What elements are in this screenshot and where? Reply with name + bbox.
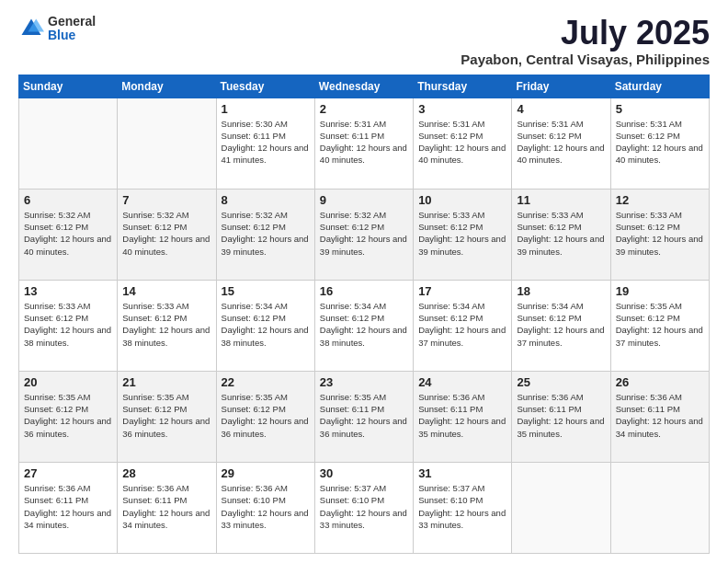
day-info: Sunrise: 5:35 AM Sunset: 6:12 PM Dayligh… (616, 300, 704, 349)
calendar-cell: 22Sunrise: 5:35 AM Sunset: 6:12 PM Dayli… (216, 371, 314, 462)
calendar-cell: 24Sunrise: 5:36 AM Sunset: 6:11 PM Dayli… (414, 371, 512, 462)
logo-general: General (48, 15, 96, 29)
day-info: Sunrise: 5:36 AM Sunset: 6:11 PM Dayligh… (418, 391, 506, 440)
header: General Blue July 2025 Payabon, Central … (18, 15, 710, 67)
day-header-sunday: Sunday (19, 75, 118, 98)
day-number: 10 (418, 193, 506, 207)
calendar-cell: 10Sunrise: 5:33 AM Sunset: 6:12 PM Dayli… (414, 189, 512, 280)
day-header-monday: Monday (118, 75, 216, 98)
day-number: 3 (418, 102, 506, 116)
logo-blue: Blue (48, 29, 96, 42)
calendar-cell: 16Sunrise: 5:34 AM Sunset: 6:12 PM Dayli… (314, 280, 413, 371)
day-number: 6 (24, 193, 112, 207)
day-info: Sunrise: 5:33 AM Sunset: 6:12 PM Dayligh… (122, 300, 210, 349)
calendar-cell: 1Sunrise: 5:30 AM Sunset: 6:11 PM Daylig… (216, 98, 314, 189)
day-info: Sunrise: 5:36 AM Sunset: 6:11 PM Dayligh… (24, 482, 112, 531)
day-info: Sunrise: 5:32 AM Sunset: 6:12 PM Dayligh… (320, 209, 408, 258)
day-info: Sunrise: 5:35 AM Sunset: 6:11 PM Dayligh… (320, 391, 408, 440)
calendar-cell: 7Sunrise: 5:32 AM Sunset: 6:12 PM Daylig… (118, 189, 216, 280)
day-info: Sunrise: 5:34 AM Sunset: 6:12 PM Dayligh… (222, 300, 310, 349)
calendar-cell: 2Sunrise: 5:31 AM Sunset: 6:11 PM Daylig… (314, 98, 413, 189)
day-number: 7 (122, 193, 210, 207)
calendar-cell: 30Sunrise: 5:37 AM Sunset: 6:10 PM Dayli… (314, 462, 413, 553)
calendar-header-row: SundayMondayTuesdayWednesdayThursdayFrid… (19, 75, 710, 98)
day-number: 16 (320, 284, 408, 298)
day-info: Sunrise: 5:36 AM Sunset: 6:10 PM Dayligh… (222, 482, 310, 531)
calendar-cell: 18Sunrise: 5:34 AM Sunset: 6:12 PM Dayli… (512, 280, 610, 371)
day-number: 8 (222, 193, 310, 207)
calendar-week-row: 20Sunrise: 5:35 AM Sunset: 6:12 PM Dayli… (19, 371, 710, 462)
calendar-cell: 27Sunrise: 5:36 AM Sunset: 6:11 PM Dayli… (19, 462, 118, 553)
calendar-cell: 14Sunrise: 5:33 AM Sunset: 6:12 PM Dayli… (118, 280, 216, 371)
page: General Blue July 2025 Payabon, Central … (0, 0, 728, 563)
day-info: Sunrise: 5:33 AM Sunset: 6:12 PM Dayligh… (616, 209, 704, 258)
location-title: Payabon, Central Visayas, Philippines (461, 52, 710, 67)
day-number: 25 (517, 375, 605, 389)
day-header-tuesday: Tuesday (216, 75, 314, 98)
calendar-cell: 25Sunrise: 5:36 AM Sunset: 6:11 PM Dayli… (512, 371, 610, 462)
calendar-table: SundayMondayTuesdayWednesdayThursdayFrid… (18, 75, 710, 554)
calendar-cell: 21Sunrise: 5:35 AM Sunset: 6:12 PM Dayli… (118, 371, 216, 462)
day-info: Sunrise: 5:31 AM Sunset: 6:11 PM Dayligh… (320, 118, 408, 167)
day-number: 12 (616, 193, 704, 207)
day-info: Sunrise: 5:34 AM Sunset: 6:12 PM Dayligh… (418, 300, 506, 349)
calendar-week-row: 13Sunrise: 5:33 AM Sunset: 6:12 PM Dayli… (19, 280, 710, 371)
day-info: Sunrise: 5:35 AM Sunset: 6:12 PM Dayligh… (24, 391, 112, 440)
day-info: Sunrise: 5:32 AM Sunset: 6:12 PM Dayligh… (122, 209, 210, 258)
day-info: Sunrise: 5:31 AM Sunset: 6:12 PM Dayligh… (418, 118, 506, 167)
calendar-cell (610, 462, 709, 553)
calendar-cell: 19Sunrise: 5:35 AM Sunset: 6:12 PM Dayli… (610, 280, 709, 371)
calendar-cell: 28Sunrise: 5:36 AM Sunset: 6:11 PM Dayli… (118, 462, 216, 553)
month-title: July 2025 (461, 15, 710, 52)
day-info: Sunrise: 5:31 AM Sunset: 6:12 PM Dayligh… (616, 118, 704, 167)
logo-icon (18, 16, 44, 41)
day-number: 20 (24, 375, 112, 389)
day-info: Sunrise: 5:36 AM Sunset: 6:11 PM Dayligh… (517, 391, 605, 440)
calendar-cell: 6Sunrise: 5:32 AM Sunset: 6:12 PM Daylig… (19, 189, 118, 280)
day-header-thursday: Thursday (414, 75, 512, 98)
calendar-cell: 9Sunrise: 5:32 AM Sunset: 6:12 PM Daylig… (314, 189, 413, 280)
calendar-week-row: 27Sunrise: 5:36 AM Sunset: 6:11 PM Dayli… (19, 462, 710, 553)
day-info: Sunrise: 5:32 AM Sunset: 6:12 PM Dayligh… (24, 209, 112, 258)
day-number: 14 (122, 284, 210, 298)
calendar-cell: 23Sunrise: 5:35 AM Sunset: 6:11 PM Dayli… (314, 371, 413, 462)
calendar-cell (19, 98, 118, 189)
calendar-cell: 11Sunrise: 5:33 AM Sunset: 6:12 PM Dayli… (512, 189, 610, 280)
day-info: Sunrise: 5:37 AM Sunset: 6:10 PM Dayligh… (418, 482, 506, 531)
day-number: 28 (122, 466, 210, 480)
day-header-saturday: Saturday (610, 75, 709, 98)
day-info: Sunrise: 5:36 AM Sunset: 6:11 PM Dayligh… (122, 482, 210, 531)
day-number: 1 (222, 102, 310, 116)
calendar-week-row: 6Sunrise: 5:32 AM Sunset: 6:12 PM Daylig… (19, 189, 710, 280)
day-info: Sunrise: 5:32 AM Sunset: 6:12 PM Dayligh… (222, 209, 310, 258)
calendar-cell: 3Sunrise: 5:31 AM Sunset: 6:12 PM Daylig… (414, 98, 512, 189)
day-header-wednesday: Wednesday (314, 75, 413, 98)
day-info: Sunrise: 5:34 AM Sunset: 6:12 PM Dayligh… (517, 300, 605, 349)
day-number: 11 (517, 193, 605, 207)
calendar-cell: 26Sunrise: 5:36 AM Sunset: 6:11 PM Dayli… (610, 371, 709, 462)
calendar-week-row: 1Sunrise: 5:30 AM Sunset: 6:11 PM Daylig… (19, 98, 710, 189)
calendar-cell: 29Sunrise: 5:36 AM Sunset: 6:10 PM Dayli… (216, 462, 314, 553)
day-header-friday: Friday (512, 75, 610, 98)
calendar-cell: 31Sunrise: 5:37 AM Sunset: 6:10 PM Dayli… (414, 462, 512, 553)
calendar-cell: 8Sunrise: 5:32 AM Sunset: 6:12 PM Daylig… (216, 189, 314, 280)
logo: General Blue (18, 15, 96, 43)
calendar-cell (512, 462, 610, 553)
calendar-cell: 5Sunrise: 5:31 AM Sunset: 6:12 PM Daylig… (610, 98, 709, 189)
calendar-cell: 13Sunrise: 5:33 AM Sunset: 6:12 PM Dayli… (19, 280, 118, 371)
day-number: 15 (222, 284, 310, 298)
title-block: July 2025 Payabon, Central Visayas, Phil… (461, 15, 710, 67)
calendar-cell: 12Sunrise: 5:33 AM Sunset: 6:12 PM Dayli… (610, 189, 709, 280)
day-number: 19 (616, 284, 704, 298)
calendar-cell: 20Sunrise: 5:35 AM Sunset: 6:12 PM Dayli… (19, 371, 118, 462)
day-number: 31 (418, 466, 506, 480)
calendar-cell: 4Sunrise: 5:31 AM Sunset: 6:12 PM Daylig… (512, 98, 610, 189)
day-info: Sunrise: 5:36 AM Sunset: 6:11 PM Dayligh… (616, 391, 704, 440)
day-info: Sunrise: 5:33 AM Sunset: 6:12 PM Dayligh… (24, 300, 112, 349)
day-number: 17 (418, 284, 506, 298)
day-number: 18 (517, 284, 605, 298)
day-number: 30 (320, 466, 408, 480)
day-info: Sunrise: 5:33 AM Sunset: 6:12 PM Dayligh… (517, 209, 605, 258)
day-number: 5 (616, 102, 704, 116)
day-number: 4 (517, 102, 605, 116)
